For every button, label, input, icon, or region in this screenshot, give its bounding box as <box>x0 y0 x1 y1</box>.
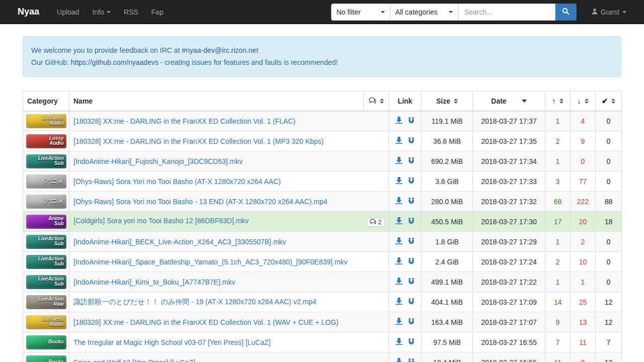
magnet-icon[interactable] <box>408 157 415 165</box>
completed-count: 0 <box>596 151 622 171</box>
category-icon-liveaction-sub[interactable]: LiveActionSub <box>26 154 66 168</box>
nav-item-upload[interactable]: Upload <box>50 0 86 24</box>
torrent-name-link[interactable]: [IndoAnime-Hikari]_Fujoshi_Kanojo_[3DC9C… <box>73 157 243 165</box>
header-comments[interactable] <box>364 91 389 111</box>
magnet-icon[interactable] <box>408 278 415 286</box>
torrent-name-link[interactable]: [180328] XX:me - DARLING in the FranXX E… <box>73 137 324 145</box>
download-icon[interactable] <box>395 358 403 362</box>
search-input[interactable] <box>458 4 555 20</box>
category-icon-anime-raw[interactable]: アニメ <box>26 195 66 209</box>
banner-line-1: We welcome you to provide feedback on IR… <box>31 45 613 55</box>
category-icon-books[interactable]: Books <box>26 335 66 349</box>
header-size[interactable]: Size <box>422 91 473 111</box>
irc-link[interactable]: #nyaa-dev@irc.rizon.net <box>182 46 258 54</box>
size-value: 97.5 MiB <box>422 332 473 352</box>
header-category: Category <box>23 91 69 111</box>
category-icon-lossless-audio[interactable]: LosslessAudio <box>26 114 66 128</box>
category-icon-liveaction-sub[interactable]: LiveActionSub <box>26 275 66 289</box>
date-value: 2018-03-27 17:22 <box>473 272 545 292</box>
header-date[interactable]: Date <box>473 91 545 111</box>
download-icon[interactable] <box>395 237 403 246</box>
speech-bubbles-icon <box>369 97 376 105</box>
magnet-icon[interactable] <box>408 298 415 306</box>
torrent-name-link[interactable]: The Irregular at Magic High School v03-0… <box>73 338 271 346</box>
brand-link[interactable]: Nyaa <box>18 7 39 17</box>
table-row: LiveActionSub [IndoAnime-Hikari]_Kimi_to… <box>23 272 622 292</box>
comments-badge[interactable]: 2 <box>367 218 384 227</box>
nav-item-fap[interactable]: Fap <box>145 0 170 24</box>
torrent-name-link[interactable]: [Coldgirls] Sora yori mo Tooi Basho 12 [… <box>73 217 249 225</box>
user-menu[interactable]: Guest <box>592 8 626 16</box>
category-icon-liveaction-sub[interactable]: LiveActionSub <box>26 255 66 269</box>
magnet-icon[interactable] <box>408 217 415 226</box>
seeders-count: 7 <box>545 332 571 352</box>
magnet-icon[interactable] <box>408 257 415 266</box>
chevron-down-icon <box>381 11 385 13</box>
seeders-count: 68 <box>545 192 571 212</box>
torrent-name-link[interactable]: 諏訪部順一のとびだせ！！ のみ仲間 - 19 (AT-X 644x362 x2… <box>73 298 316 306</box>
download-icon[interactable] <box>395 177 403 186</box>
torrent-name-link[interactable]: [180328] XX:me - DARLING in the FranXX E… <box>73 318 339 326</box>
completed-count: 18 <box>596 212 622 232</box>
header-leechers[interactable]: ↓ <box>571 91 596 111</box>
search-button[interactable] <box>555 4 577 21</box>
date-value: 2018-03-27 17:32 <box>473 192 545 212</box>
seeders-count: 11 <box>545 352 571 362</box>
torrent-name-link[interactable]: [IndoAnime-Hikari]_BECK_Live-Action_X264… <box>73 238 286 246</box>
download-icon[interactable] <box>395 338 403 346</box>
download-icon[interactable] <box>395 117 403 125</box>
leechers-count: 20 <box>571 212 596 232</box>
download-icon[interactable] <box>395 318 403 326</box>
magnet-icon[interactable] <box>408 318 415 326</box>
header-name: Name <box>69 91 364 111</box>
chevron-down-icon <box>449 11 453 13</box>
magnet-icon[interactable] <box>408 338 415 346</box>
nav-item-rss[interactable]: RSS <box>117 0 145 24</box>
magnet-icon[interactable] <box>408 117 415 125</box>
category-icon-anime-raw[interactable]: アニメ <box>26 174 66 189</box>
torrent-name-link[interactable]: [IndoAnime-Hikari]_Kimi_to_Boku_[A7747B7… <box>73 278 235 286</box>
header-seeders[interactable]: ↑ <box>545 91 571 111</box>
download-icon[interactable] <box>395 278 403 286</box>
torrent-name-link[interactable]: [Ohys-Raws] Sora Yori mo Tooi Basho (AT-… <box>73 177 281 186</box>
download-icon[interactable] <box>395 298 403 306</box>
search-input-wrap <box>458 4 555 21</box>
torrent-name-link[interactable]: [Ohys-Raws] Sora Yori mo Tooi Basho - 13… <box>73 198 328 206</box>
category-icon-liveaction-sub[interactable]: LiveActionSub <box>26 235 66 249</box>
category-icon-lossy-audio[interactable]: LossyAudio <box>26 134 66 148</box>
table-row: Books The Irregular at Magic High School… <box>23 332 622 352</box>
seeders-count: 14 <box>545 292 571 312</box>
github-link[interactable]: https://github.com/nyaadevs <box>71 58 158 66</box>
download-icon[interactable] <box>395 217 403 226</box>
magnet-icon[interactable] <box>408 137 415 145</box>
filter-select[interactable]: No filter <box>331 4 390 21</box>
category-select[interactable]: All categories <box>390 4 458 21</box>
magnet-icon[interactable] <box>408 177 415 186</box>
category-icon-lossless-audio[interactable]: LosslessAudio <box>26 315 66 329</box>
category-icon-anime-sub[interactable]: AnimeSub <box>26 215 66 229</box>
category-icon-liveaction-raw[interactable]: LiveActionRaw <box>26 295 66 309</box>
download-icon[interactable] <box>395 157 403 165</box>
nav-item-info[interactable]: Info <box>86 0 117 24</box>
download-icon[interactable] <box>395 137 403 145</box>
chevron-down-icon <box>622 11 626 13</box>
completed-count: 12 <box>596 312 622 332</box>
category-icon-books[interactable]: Books <box>26 355 66 362</box>
download-icon[interactable] <box>395 197 403 206</box>
download-icon[interactable] <box>395 257 403 266</box>
magnet-icon[interactable] <box>408 237 415 246</box>
completed-count: 0 <box>596 111 622 131</box>
torrent-name-link[interactable]: [180328] XX:me - DARLING in the FranXX E… <box>73 117 295 125</box>
nav-item-label: Upload <box>57 8 79 16</box>
header-completed[interactable]: ✔ <box>596 91 622 111</box>
completed-count: 12 <box>596 352 622 362</box>
banner-text: We welcome you to provide feedback on IR… <box>31 46 182 54</box>
magnet-icon[interactable] <box>408 197 415 206</box>
seeders-count: 3 <box>545 171 571 192</box>
table-row: アニメ [Ohys-Raws] Sora Yori mo Tooi Basho … <box>23 192 622 212</box>
magnet-icon[interactable] <box>408 358 415 362</box>
torrent-name-link[interactable]: Spice and Wolf 13 [Yen Press] [LuCaZ] <box>73 358 195 362</box>
torrent-name-link[interactable]: [IndoAnime-Hikari]_Space_Battleship_Yama… <box>73 258 348 266</box>
size-value: 119.1 MiB <box>422 111 473 131</box>
table-row: LiveActionSub [IndoAnime-Hikari]_BECK_Li… <box>23 232 622 252</box>
